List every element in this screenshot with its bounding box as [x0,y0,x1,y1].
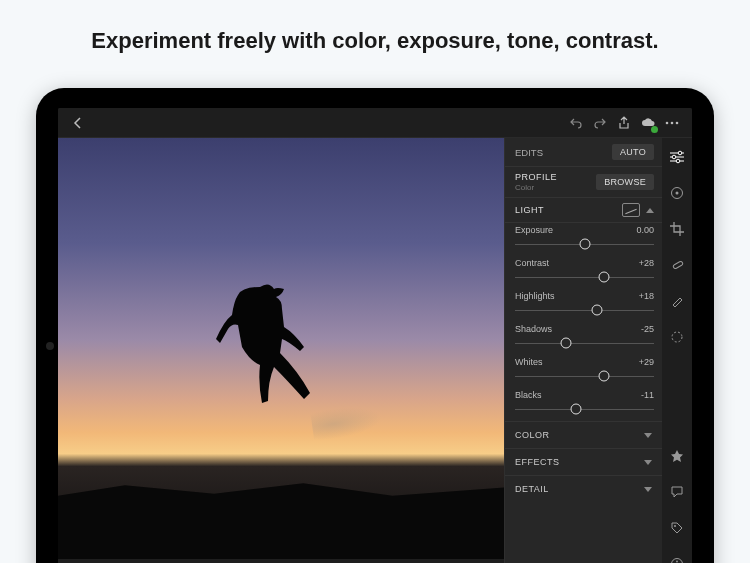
slider-value: -25 [641,324,654,334]
edit-panel: EDITS AUTO PROFILE Color BROWSE LIGHT [504,138,662,563]
canvas-footer [58,559,504,563]
target-tool[interactable] [666,182,688,204]
slider-contrast[interactable]: Contrast+28 [505,256,662,289]
adjust-tool[interactable] [666,146,688,168]
svg-point-1 [671,121,674,124]
effects-section[interactable]: EFFECTS [505,448,662,475]
slider-label: Exposure [515,225,553,235]
slider-track[interactable] [515,370,654,382]
slider-track[interactable] [515,271,654,283]
slider-shadows[interactable]: Shadows-25 [505,322,662,355]
auto-button[interactable]: AUTO [612,144,654,160]
chevron-down-icon [644,487,652,492]
slider-value: 0.00 [636,225,654,235]
chevron-down-icon [644,433,652,438]
profile-row: PROFILE Color BROWSE [505,167,662,198]
slider-value: +18 [639,291,654,301]
rate-tool[interactable] [666,445,688,467]
svg-point-5 [678,151,682,155]
edits-row: EDITS AUTO [505,138,662,167]
slider-knob[interactable] [598,272,609,283]
undo-button[interactable] [564,111,588,135]
slider-highlights[interactable]: Highlights+18 [505,289,662,322]
top-toolbar [58,108,692,138]
detail-label: DETAIL [515,484,549,494]
heal-tool[interactable] [666,254,688,276]
effects-label: EFFECTS [515,457,560,467]
slider-label: Whites [515,357,543,367]
chevron-up-icon [646,208,654,213]
color-section[interactable]: COLOR [505,421,662,448]
svg-point-0 [666,121,669,124]
browse-button[interactable]: BROWSE [596,174,654,190]
app-screen: EDITS AUTO PROFILE Color BROWSE LIGHT [58,108,692,563]
light-label: LIGHT [515,205,622,215]
detail-section[interactable]: DETAIL [505,475,662,502]
canvas-area [58,138,504,563]
slider-label: Shadows [515,324,552,334]
info-tool[interactable] [666,553,688,563]
cloud-sync-button[interactable] [636,111,660,135]
slider-knob[interactable] [579,239,590,250]
slider-track[interactable] [515,304,654,316]
svg-point-2 [676,121,679,124]
photo-preview[interactable] [58,138,504,559]
profile-label: PROFILE [515,172,596,182]
slider-blacks[interactable]: Blacks-11 [505,388,662,421]
more-button[interactable] [660,111,684,135]
light-header[interactable]: LIGHT [505,198,662,223]
crop-tool[interactable] [666,218,688,240]
share-button[interactable] [612,111,636,135]
svg-point-6 [672,155,676,159]
radial-tool[interactable] [666,326,688,348]
slider-value: +28 [639,258,654,268]
redo-button[interactable] [588,111,612,135]
light-sliders: Exposure0.00Contrast+28Highlights+18Shad… [505,223,662,421]
svg-point-11 [672,332,682,342]
svg-point-7 [676,159,680,163]
photo-silhouette [210,281,320,431]
comment-tool[interactable] [666,481,688,503]
color-label: COLOR [515,430,550,440]
slider-whites[interactable]: Whites+29 [505,355,662,388]
slider-exposure[interactable]: Exposure0.00 [505,223,662,256]
filmstrip-toggle-button[interactable] [470,559,494,563]
slider-track[interactable] [515,403,654,415]
tag-tool[interactable] [666,517,688,539]
edits-label: EDITS [515,147,612,158]
profile-value: Color [515,183,596,192]
slider-label: Blacks [515,390,542,400]
tablet-device-frame: EDITS AUTO PROFILE Color BROWSE LIGHT [36,88,714,563]
slider-knob[interactable] [571,404,582,415]
svg-point-14 [676,561,678,563]
slider-track[interactable] [515,337,654,349]
headline: Experiment freely with color, exposure, … [0,0,750,78]
tone-curve-button[interactable] [622,203,640,217]
slider-track[interactable] [515,238,654,250]
chevron-down-icon [644,460,652,465]
slider-label: Contrast [515,258,549,268]
back-button[interactable] [66,111,90,135]
slider-knob[interactable] [592,305,603,316]
brush-tool[interactable] [666,290,688,312]
slider-value: +29 [639,357,654,367]
slider-value: -11 [641,390,654,400]
svg-point-9 [676,192,679,195]
svg-rect-10 [673,261,684,269]
slider-knob[interactable] [598,371,609,382]
workspace: EDITS AUTO PROFILE Color BROWSE LIGHT [58,138,692,563]
svg-point-12 [674,525,676,527]
slider-knob[interactable] [561,338,572,349]
device-camera-dot [46,342,54,350]
slider-label: Highlights [515,291,555,301]
tool-strip [662,138,692,563]
